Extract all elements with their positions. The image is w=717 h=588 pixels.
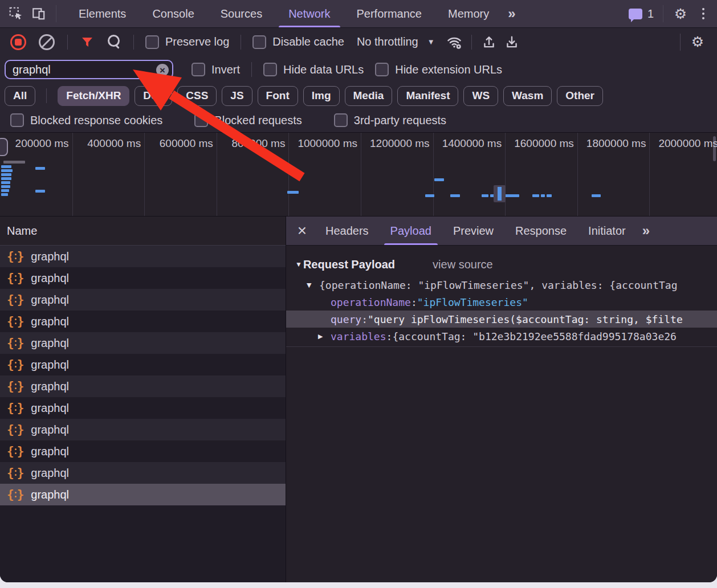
timeline-request-bar[interactable]: [505, 194, 519, 197]
network-settings-gear-icon[interactable]: ⚙: [686, 31, 709, 54]
timeline-request-bar[interactable]: [1, 177, 11, 180]
inspect-element-icon[interactable]: [5, 2, 27, 25]
request-row[interactable]: {}graphql: [0, 289, 286, 311]
invert-checkbox[interactable]: Invert: [192, 63, 240, 76]
request-payload-section-header[interactable]: ▼ Request Payload view source: [286, 246, 717, 276]
timeline-request-bar[interactable]: [425, 194, 434, 197]
payload-line[interactable]: ▼{operationName: "ipFlowTimeseries", var…: [286, 276, 717, 293]
chip-fetch-xhr[interactable]: Fetch/XHR: [58, 86, 129, 106]
tab-memory[interactable]: Memory: [435, 0, 502, 27]
timeline-request-bar[interactable]: [287, 191, 299, 194]
more-details-tabs-icon[interactable]: »: [637, 223, 655, 239]
blocked-requests-checkbox[interactable]: Blocked requests: [194, 113, 302, 127]
timeline-request-bar[interactable]: [1, 181, 10, 184]
network-overview-timeline[interactable]: 200000 ms400000 ms600000 ms800000 ms1000…: [0, 133, 717, 217]
3rd-party-requests-checkbox[interactable]: 3rd-party requests: [334, 113, 446, 127]
tab-console[interactable]: Console: [139, 0, 207, 27]
details-tab-preview[interactable]: Preview: [442, 217, 504, 245]
request-row[interactable]: {}graphql: [0, 440, 286, 462]
details-tab-initiator[interactable]: Initiator: [577, 217, 637, 245]
filter-funnel-icon[interactable]: [80, 35, 94, 49]
chip-font[interactable]: Font: [258, 86, 298, 106]
record-network-log-button[interactable]: [10, 34, 26, 50]
close-details-icon[interactable]: ×: [290, 217, 315, 245]
tab-network[interactable]: Network: [275, 0, 343, 27]
payload-line[interactable]: query: "query ipFlowTimeseries($accountT…: [286, 311, 717, 328]
tab-performance[interactable]: Performance: [344, 0, 435, 27]
request-row[interactable]: {}graphql: [0, 267, 286, 289]
disable-cache-checkbox[interactable]: Disable cache: [252, 35, 344, 49]
request-row[interactable]: {}graphql: [0, 397, 286, 419]
timeline-request-bar[interactable]: [532, 194, 539, 197]
overview-resize-handle[interactable]: [0, 138, 8, 156]
timeline-request-bar[interactable]: [547, 194, 552, 197]
timeline-request-bar[interactable]: [541, 194, 545, 197]
request-row[interactable]: {}graphql: [0, 332, 286, 354]
clear-filter-icon[interactable]: ×: [156, 64, 169, 76]
details-tab-headers[interactable]: Headers: [315, 217, 380, 245]
timeline-request-bar[interactable]: [3, 161, 25, 164]
settings-gear-icon[interactable]: ⚙: [669, 2, 692, 25]
tab-sources[interactable]: Sources: [207, 0, 275, 27]
preserve-log-checkbox[interactable]: Preserve log: [145, 35, 229, 49]
filter-input[interactable]: [5, 60, 173, 79]
chip-css[interactable]: CSS: [177, 86, 217, 106]
view-source-link[interactable]: view source: [433, 258, 493, 271]
kebab-menu-icon[interactable]: [692, 2, 715, 25]
extra-filters-row: Blocked response cookiesBlocked requests…: [0, 108, 717, 133]
request-name: graphql: [31, 445, 69, 458]
request-name: graphql: [31, 423, 69, 436]
details-tab-payload[interactable]: Payload: [380, 217, 442, 245]
timeline-request-bar[interactable]: [450, 194, 460, 197]
timeline-request-bar[interactable]: [482, 194, 488, 197]
request-row[interactable]: {}graphql: [0, 375, 286, 397]
timeline-request-bar[interactable]: [434, 178, 444, 181]
device-toolbar-icon[interactable]: [27, 2, 50, 25]
blocked-response-cookies-checkbox[interactable]: Blocked response cookies: [10, 113, 162, 127]
import-har-icon[interactable]: [478, 31, 500, 54]
tab-elements[interactable]: Elements: [66, 0, 139, 27]
chip-img[interactable]: Img: [303, 86, 340, 106]
throttling-dropdown[interactable]: No throttling ▼: [357, 35, 435, 48]
chip-doc[interactable]: Doc: [135, 86, 172, 106]
chip-ws[interactable]: WS: [463, 86, 498, 106]
hide-extension-urls-checkbox[interactable]: Hide extension URLs: [375, 63, 502, 76]
chip-media[interactable]: Media: [345, 86, 393, 106]
clear-network-log-button[interactable]: [39, 34, 55, 50]
expander-triangle-icon[interactable]: ▶: [318, 333, 331, 340]
timeline-selected-marker[interactable]: [494, 185, 506, 202]
timeline-request-bar[interactable]: [1, 173, 11, 176]
chip-other[interactable]: Other: [557, 86, 603, 106]
expander-triangle-icon[interactable]: ▼: [307, 281, 319, 289]
search-icon[interactable]: [108, 35, 120, 47]
timeline-request-bar[interactable]: [1, 189, 9, 192]
timeline-request-bar[interactable]: [35, 167, 45, 170]
chip-js[interactable]: JS: [222, 86, 252, 106]
chip-all[interactable]: All: [5, 86, 35, 106]
export-har-icon[interactable]: [500, 31, 523, 54]
payload-line[interactable]: ▶variables: {accountTag: "b12e3b2192ee55…: [286, 328, 717, 345]
timeline-request-bar[interactable]: [592, 194, 601, 197]
disable-cache-label: Disable cache: [272, 35, 344, 48]
network-conditions-icon[interactable]: [443, 31, 466, 54]
issues-counter[interactable]: 1: [625, 7, 657, 21]
name-column-header[interactable]: Name: [0, 217, 286, 246]
timeline-request-bar[interactable]: [1, 165, 11, 168]
chip-manifest[interactable]: Manifest: [397, 86, 458, 106]
timeline-request-bar[interactable]: [1, 185, 10, 188]
request-row[interactable]: {}graphql: [0, 484, 286, 505]
timeline-request-bar[interactable]: [1, 193, 8, 196]
timeline-request-bar[interactable]: [35, 190, 45, 193]
hide-data-urls-checkbox[interactable]: Hide data URLs: [263, 63, 364, 76]
request-row[interactable]: {}graphql: [0, 246, 286, 267]
payload-tree: ▼{operationName: "ipFlowTimeseries", var…: [286, 276, 717, 345]
request-row[interactable]: {}graphql: [0, 462, 286, 484]
request-row[interactable]: {}graphql: [0, 311, 286, 332]
payload-line[interactable]: operationName: "ipFlowTimeseries": [286, 293, 717, 311]
request-row[interactable]: {}graphql: [0, 354, 286, 375]
more-panels-icon[interactable]: »: [502, 6, 521, 22]
chip-wasm[interactable]: Wasm: [503, 86, 552, 106]
request-row[interactable]: {}graphql: [0, 419, 286, 440]
details-tab-response[interactable]: Response: [504, 217, 577, 245]
timeline-request-bar[interactable]: [1, 169, 13, 172]
